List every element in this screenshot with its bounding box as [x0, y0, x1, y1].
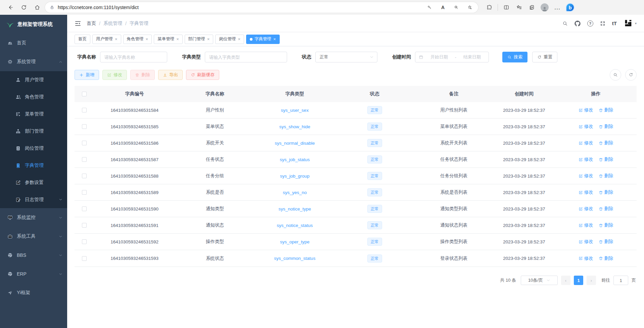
tab-close-icon[interactable]: ×: [115, 37, 118, 42]
row-delete-button[interactable]: 删除: [599, 206, 613, 212]
tab-close-icon[interactable]: ×: [146, 37, 148, 42]
read-aloud-button[interactable]: A: [438, 3, 448, 12]
sidebar-collapse-button[interactable]: [75, 20, 81, 27]
delete-button-disabled[interactable]: 删除: [130, 70, 155, 80]
row-delete-button[interactable]: 删除: [599, 124, 613, 130]
browser-extensions-button[interactable]: [484, 2, 495, 13]
browser-profile-button[interactable]: [539, 2, 550, 13]
current-page-button[interactable]: 1: [574, 276, 583, 285]
prev-page-button[interactable]: ‹: [561, 276, 570, 285]
tab-close-icon[interactable]: ×: [273, 37, 276, 42]
row-delete-button[interactable]: 删除: [599, 173, 613, 179]
sidebar-item-home[interactable]: 首页: [0, 34, 67, 52]
dict-type-link[interactable]: sys_oper_type: [280, 239, 310, 244]
refresh-table-button[interactable]: [625, 69, 637, 81]
export-button[interactable]: 导出: [158, 70, 183, 80]
sidebar-item-departments[interactable]: 部门管理: [0, 123, 67, 140]
row-checkbox[interactable]: [82, 157, 87, 162]
browser-settings-button[interactable]: ...: [552, 2, 563, 13]
font-size-button[interactable]: tT: [612, 20, 617, 26]
next-page-button[interactable]: ›: [587, 276, 596, 285]
row-checkbox[interactable]: [82, 108, 87, 112]
dict-type-link[interactable]: sys_user_sex: [281, 108, 309, 113]
tab-home[interactable]: 首页: [75, 35, 90, 44]
row-checkbox[interactable]: [82, 174, 87, 178]
dict-type-link[interactable]: sys_job_group: [280, 174, 310, 179]
row-checkbox[interactable]: [82, 223, 87, 228]
row-checkbox[interactable]: [82, 256, 87, 261]
page-size-select[interactable]: 10条/页: [521, 276, 558, 285]
tab-dict-active[interactable]: 字典管理 ×: [246, 35, 280, 44]
search-button[interactable]: 搜索: [502, 52, 527, 62]
dict-name-input[interactable]: [100, 52, 167, 62]
row-edit-button[interactable]: 修改: [579, 156, 593, 162]
sidebar-item-bbs[interactable]: BBS: [0, 246, 67, 265]
dict-type-link[interactable]: sys_notice_type: [278, 206, 311, 212]
add-button[interactable]: 新增: [75, 70, 99, 80]
row-delete-button[interactable]: 删除: [599, 222, 613, 228]
row-checkbox[interactable]: [82, 141, 87, 145]
status-select[interactable]: 正常: [315, 52, 377, 62]
reset-button[interactable]: 重置: [532, 52, 557, 62]
sidebar-logo[interactable]: 意框架管理系统: [0, 15, 67, 34]
sidebar-item-params[interactable]: 参数设置: [0, 174, 67, 191]
github-link-button[interactable]: [574, 20, 581, 27]
tab-roles[interactable]: 角色管理 ×: [123, 35, 152, 44]
row-edit-button[interactable]: 修改: [579, 173, 593, 179]
sidebar-item-roles[interactable]: 角色管理: [0, 88, 67, 105]
row-edit-button[interactable]: 修改: [579, 239, 593, 245]
breadcrumb-system[interactable]: 系统管理: [103, 20, 122, 27]
zoom-level-button[interactable]: [451, 3, 461, 12]
row-checkbox[interactable]: [82, 206, 87, 211]
browser-back-button[interactable]: [5, 2, 16, 13]
url-text[interactable]: https://ccnetcore.com:1101/system/dict: [58, 5, 421, 10]
browser-collections-button[interactable]: [526, 2, 538, 13]
row-edit-button[interactable]: 修改: [579, 124, 593, 130]
saved-password-button[interactable]: [424, 3, 434, 12]
row-delete-button[interactable]: 删除: [599, 107, 613, 113]
address-bar[interactable]: https://ccnetcore.com:1101/system/dict A: [45, 2, 478, 13]
dict-type-input[interactable]: [205, 52, 287, 62]
row-edit-button[interactable]: 修改: [579, 255, 593, 262]
edit-button-disabled[interactable]: 修改: [102, 70, 127, 80]
fullscreen-button[interactable]: [600, 21, 605, 26]
dict-type-link[interactable]: sys_notice_status: [277, 223, 313, 228]
tab-close-icon[interactable]: ×: [207, 37, 210, 42]
add-favorite-button[interactable]: [465, 3, 475, 12]
tab-users[interactable]: 用户管理 ×: [92, 35, 121, 44]
sidebar-item-dict[interactable]: 字典管理: [0, 157, 67, 174]
row-checkbox[interactable]: [82, 239, 87, 244]
dict-type-link[interactable]: sys_common_status: [274, 256, 315, 261]
row-delete-button[interactable]: 删除: [599, 156, 613, 162]
sidebar-item-tools[interactable]: 系统工具: [0, 227, 67, 246]
user-avatar-button[interactable]: ▾: [624, 19, 637, 28]
breadcrumb-home[interactable]: 首页: [87, 20, 96, 27]
sidebar-item-users[interactable]: 用户管理: [0, 71, 67, 88]
row-edit-button[interactable]: 修改: [579, 140, 593, 146]
browser-home-button[interactable]: [32, 2, 43, 13]
browser-split-screen-button[interactable]: [501, 2, 512, 13]
row-edit-button[interactable]: 修改: [579, 107, 593, 113]
dict-type-link[interactable]: sys_job_status: [280, 157, 310, 162]
refresh-cache-button[interactable]: 刷新缓存: [186, 70, 219, 80]
goto-page-input[interactable]: [613, 276, 628, 285]
row-edit-button[interactable]: 修改: [579, 222, 593, 228]
sidebar-item-monitor[interactable]: 系统监控: [0, 208, 67, 227]
tab-posts[interactable]: 岗位管理 ×: [215, 35, 244, 44]
sidebar-item-posts[interactable]: 岗位管理: [0, 140, 67, 157]
row-delete-button[interactable]: 删除: [599, 255, 613, 262]
dict-type-link[interactable]: sys_yes_no: [283, 190, 307, 195]
row-edit-button[interactable]: 修改: [579, 206, 593, 212]
date-range-picker[interactable]: 开始日期 - 结束日期: [415, 52, 489, 62]
dict-type-link[interactable]: sys_normal_disable: [275, 141, 315, 146]
tab-departments[interactable]: 部门管理 ×: [185, 35, 214, 44]
sidebar-item-erp[interactable]: ERP: [0, 265, 67, 283]
dict-type-link[interactable]: sys_show_hide: [279, 124, 310, 129]
select-all-checkbox[interactable]: [82, 92, 87, 96]
header-search-button[interactable]: [562, 21, 568, 26]
row-delete-button[interactable]: 删除: [599, 140, 613, 146]
sidebar-item-system[interactable]: 系统管理: [0, 52, 67, 71]
sidebar-item-yi-framework[interactable]: Yi框架: [0, 283, 67, 302]
tab-close-icon[interactable]: ×: [176, 37, 179, 42]
tab-menus[interactable]: 菜单管理 ×: [154, 35, 183, 44]
